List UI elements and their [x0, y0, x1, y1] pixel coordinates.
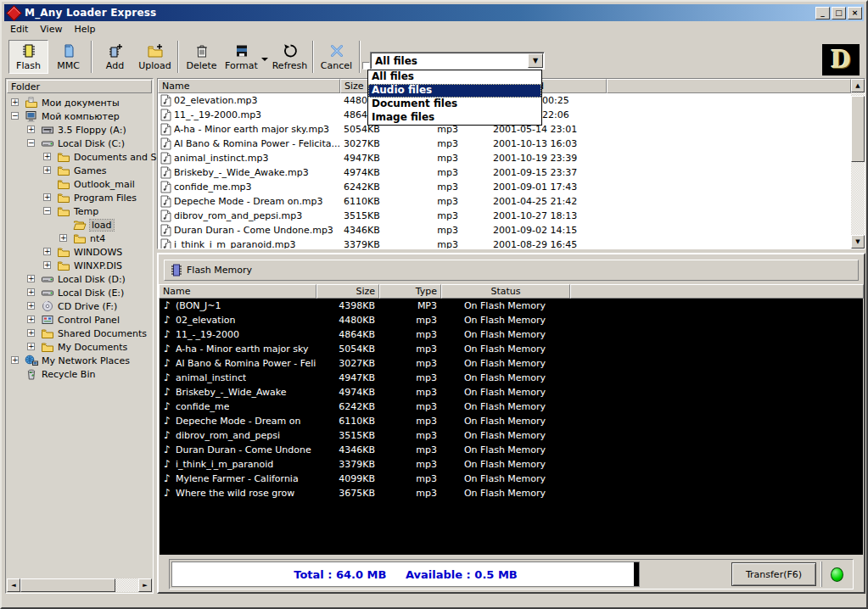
- folder-tree-header[interactable]: Folder: [7, 80, 152, 93]
- flash-file-row[interactable]: ♪Briskeby_-_Wide_Awake4974KBmp3On Flash …: [160, 385, 863, 399]
- flash-column-header-size[interactable]: Size: [316, 284, 379, 299]
- flash-column-header-name[interactable]: Name: [159, 284, 316, 299]
- flash-column-header-status[interactable]: Status: [441, 284, 570, 299]
- flash-button[interactable]: Flash: [8, 40, 48, 74]
- flash-file-row[interactable]: ♪Depeche Mode - Dream on6110KBmp3On Flas…: [160, 414, 863, 428]
- flash-file-row[interactable]: ♪animal_instinct4947KBmp3On Flash Memory: [160, 371, 863, 385]
- flash-column-header-type[interactable]: Type: [379, 284, 441, 299]
- tree-horizontal-scrollbar[interactable]: ◄ ►: [7, 578, 152, 592]
- file-row[interactable]: confide_me.mp36242KBmp32001-09-01 17:43: [158, 180, 851, 194]
- expand-plus-icon[interactable]: +: [27, 329, 35, 337]
- delete-button[interactable]: Delete: [182, 40, 221, 74]
- dropdown-option-audio-files[interactable]: Audio files: [368, 84, 541, 98]
- expand-plus-icon[interactable]: +: [43, 166, 51, 174]
- format-button[interactable]: Format: [221, 40, 261, 74]
- expand-plus-icon[interactable]: +: [59, 234, 67, 242]
- tree-item-cd-drive-f-[interactable]: +CD Drive (F:): [6, 299, 153, 313]
- scroll-left-icon[interactable]: ◄: [7, 578, 20, 592]
- filter-checkbox[interactable]: [362, 62, 370, 70]
- flash-file-row[interactable]: ♪11_-_19-20004864KBmp3On Flash Memory: [160, 327, 863, 342]
- minimize-button[interactable]: _: [815, 7, 830, 20]
- tree-item-winxp-dis[interactable]: +WINXP.DIS: [6, 259, 153, 272]
- tree-item-local-disk-e-[interactable]: +Local Disk (E:): [6, 286, 153, 299]
- transfer-button[interactable]: Transfer(F6): [731, 562, 816, 586]
- expand-plus-icon[interactable]: +: [43, 261, 51, 269]
- expand-plus-icon[interactable]: +: [27, 288, 35, 296]
- tree-item-windows[interactable]: +WINDOWS: [6, 245, 153, 259]
- expand-plus-icon[interactable]: +: [43, 153, 51, 160]
- upload-button[interactable]: Upload: [135, 40, 175, 74]
- maximize-button[interactable]: □: [832, 7, 846, 20]
- expand-plus-icon[interactable]: +: [11, 98, 19, 106]
- add-button[interactable]: Add: [95, 40, 135, 74]
- collapse-minus-icon[interactable]: −: [43, 207, 51, 215]
- expand-plus-icon[interactable]: +: [27, 126, 35, 133]
- flash-file-row[interactable]: ♪(BON_J~14398KBMP3On Flash Memory: [160, 299, 863, 313]
- collapse-minus-icon[interactable]: −: [11, 112, 19, 120]
- cancel-button[interactable]: Cancel: [316, 40, 356, 74]
- flash-file-row[interactable]: ♪Al Bano & Romina Power - Felicita3027KB…: [160, 356, 863, 371]
- flash-file-row[interactable]: ♪A-ha - Minor earth major sky5054KBmp3On…: [160, 342, 863, 356]
- expand-plus-icon[interactable]: +: [27, 316, 35, 323]
- tree-item-3-5-floppy-a-[interactable]: +3.5 Floppy (A:): [6, 123, 153, 137]
- file-row[interactable]: dibrov_rom_and_pepsi.mp33515KBmp32001-10…: [158, 209, 851, 223]
- column-header-name[interactable]: Name: [158, 79, 340, 93]
- expand-plus-icon[interactable]: +: [27, 343, 35, 350]
- file-row[interactable]: Briskeby_-_Wide_Awake.mp34974KBmp32001-0…: [158, 165, 851, 180]
- file-list-scrollbar[interactable]: ▲ ▼: [851, 79, 865, 249]
- tree-item-recycle-bin[interactable]: Recycle Bin: [6, 367, 153, 381]
- menu-help[interactable]: Help: [68, 23, 101, 36]
- scroll-down-icon[interactable]: ▼: [851, 235, 865, 249]
- expand-plus-icon[interactable]: +: [27, 302, 35, 310]
- dropdown-option-image-files[interactable]: Image files: [368, 111, 541, 125]
- tree-item-my-documents[interactable]: +My Documents: [6, 340, 153, 354]
- file-row[interactable]: Depeche Mode - Dream on.mp36110KBmp32001…: [158, 194, 851, 209]
- flash-file-row[interactable]: ♪02_elevation4480KBmp3On Flash Memory: [160, 313, 863, 327]
- tree-item-my-network-places[interactable]: +My Network Places: [6, 354, 153, 367]
- mmc-button[interactable]: MMC: [48, 40, 88, 74]
- tree-item-games[interactable]: +Games: [6, 164, 153, 177]
- tree-scroll-thumb[interactable]: [20, 578, 115, 592]
- expand-plus-icon[interactable]: +: [11, 356, 19, 364]
- menu-edit[interactable]: Edit: [4, 23, 34, 36]
- file-row[interactable]: animal_instinct.mp34947KBmp32001-10-19 2…: [158, 151, 851, 165]
- format-dropdown-icon[interactable]: [261, 58, 268, 64]
- flash-file-row[interactable]: ♪dibrov_rom_and_pepsi3515KBmp3On Flash M…: [160, 428, 863, 443]
- expand-plus-icon[interactable]: +: [43, 248, 51, 255]
- file-row[interactable]: i_think_i_m_paranoid.mp33379KBmp32001-08…: [158, 237, 851, 249]
- tree-item-shared-documents[interactable]: +Shared Documents: [6, 327, 153, 340]
- file-row[interactable]: Al Bano & Romina Power - Felicita....302…: [158, 137, 851, 151]
- scroll-right-icon[interactable]: ►: [138, 578, 152, 592]
- close-button[interactable]: ×: [848, 7, 862, 20]
- tree-item-documents-and-se[interactable]: +Documents and Se: [6, 150, 153, 164]
- tree-item-program-files[interactable]: +Program Files: [6, 191, 153, 204]
- flash-file-row[interactable]: ♪Where the wild rose grow3675KBmp3On Fla…: [160, 486, 863, 500]
- flash-file-row[interactable]: ♪confide_me6242KBmp3On Flash Memory: [160, 399, 863, 414]
- tree-item-мои-документы[interactable]: +Мои документы: [6, 96, 153, 109]
- collapse-minus-icon[interactable]: −: [27, 139, 35, 147]
- tree-item-мой-компьютер[interactable]: −Мой компьютер: [6, 109, 153, 123]
- file-list-scroll-thumb[interactable]: [851, 96, 865, 162]
- file-filter-combobox[interactable]: All files ▼: [370, 52, 545, 70]
- menu-view[interactable]: View: [34, 23, 68, 36]
- flash-file-row[interactable]: ♪Duran Duran - Come Undone4346KBmp3On Fl…: [160, 443, 863, 457]
- refresh-button[interactable]: Refresh: [270, 40, 310, 74]
- tree-item-load[interactable]: load: [6, 218, 153, 232]
- expand-plus-icon[interactable]: +: [27, 275, 35, 282]
- dropdown-option-document-files[interactable]: Document files: [368, 98, 541, 111]
- tree-item-nt4[interactable]: +nt4: [6, 232, 153, 245]
- flash-name-text: (BON_J~1: [176, 299, 221, 313]
- tree-item-local-disk-d-[interactable]: +Local Disk (D:): [6, 272, 153, 286]
- dropdown-option-all-files[interactable]: All files: [368, 70, 541, 84]
- chevron-down-icon[interactable]: ▼: [528, 53, 543, 68]
- expand-plus-icon[interactable]: +: [43, 193, 51, 201]
- scroll-up-icon[interactable]: ▲: [851, 79, 865, 92]
- tree-item-temp[interactable]: −Temp: [6, 204, 153, 218]
- file-row[interactable]: Duran Duran - Come Undone.mp34346KBmp320…: [158, 223, 851, 237]
- tree-item-local-disk-c-[interactable]: −Local Disk (C:): [6, 137, 153, 150]
- tree-item-control-panel[interactable]: +Control Panel: [6, 313, 153, 327]
- flash-file-row[interactable]: ♪i_think_i_m_paranoid3379KBmp3On Flash M…: [160, 457, 863, 472]
- tree-scroll-track[interactable]: [20, 578, 138, 592]
- flash-file-row[interactable]: ♪Mylene Farmer - California4099KBmp3On F…: [160, 472, 863, 486]
- tree-item-outlook-mail[interactable]: Outlook_mail: [6, 177, 153, 191]
